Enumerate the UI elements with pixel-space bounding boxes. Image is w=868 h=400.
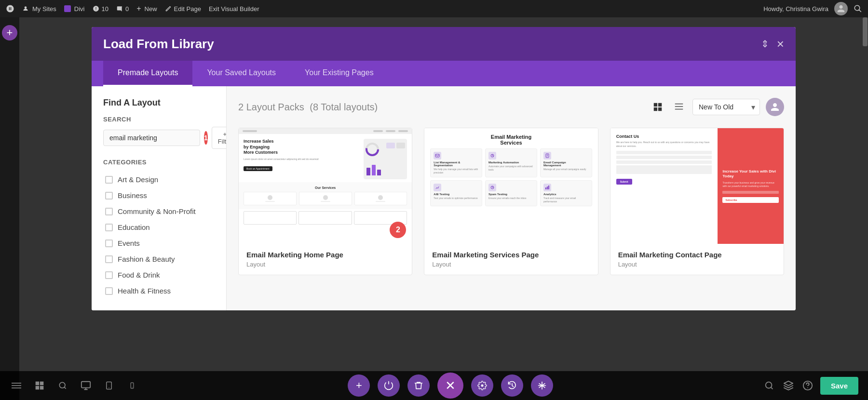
svg-rect-10 [435, 154, 439, 157]
category-checkbox[interactable] [105, 240, 113, 247]
search-icon[interactable] [854, 4, 862, 13]
divi-link[interactable]: Divi [64, 5, 85, 13]
category-checkbox[interactable] [105, 255, 113, 263]
category-business[interactable]: Business [103, 187, 215, 203]
tab-saved-layouts[interactable]: Your Saved Layouts [192, 61, 290, 86]
cards-grid: Increase Salesby EngagingMore Customers … [238, 128, 784, 275]
category-checkbox[interactable] [105, 271, 113, 279]
updates-link[interactable]: 10 [93, 5, 108, 13]
list-view-icon[interactable] [671, 99, 687, 115]
modal-header: Load From Library ⇕ × [92, 27, 796, 61]
desktop-view-icon[interactable] [79, 379, 93, 392]
power-button[interactable] [378, 374, 400, 397]
svg-rect-17 [12, 383, 21, 384]
card-info-email-services: Email Marketing Services Page Layout [424, 244, 597, 275]
modal-header-icons: ⇕ × [761, 37, 784, 52]
grid-view-icon[interactable] [650, 99, 665, 115]
add-module-button[interactable]: + [2, 25, 17, 40]
layout-options-button[interactable] [531, 374, 553, 397]
scroll-thumb [863, 17, 868, 46]
card-info-email-contact: Email Marketing Contact Page Layout [610, 244, 784, 275]
card-info-email-home: Email Marketing Home Page Layout [239, 244, 412, 275]
tab-premade-layouts[interactable]: Premade Layouts [103, 61, 192, 86]
close-builder-button[interactable]: ✕ [437, 373, 463, 399]
svg-rect-1 [654, 103, 657, 107]
category-checkbox[interactable] [105, 287, 113, 295]
svg-rect-6 [675, 106, 683, 107]
svg-rect-7 [675, 109, 683, 110]
layout-card-email-home[interactable]: Increase Salesby EngagingMore Customers … [238, 128, 412, 275]
layout-main-header: 2 Layout Packs (8 Total layouts) New To [238, 98, 784, 116]
svg-rect-2 [658, 103, 662, 107]
svg-rect-18 [12, 385, 21, 386]
new-link[interactable]: + New [136, 4, 157, 13]
category-checkbox[interactable] [105, 192, 113, 200]
layers-icon[interactable] [782, 379, 795, 392]
help-icon[interactable] [801, 379, 814, 392]
category-community[interactable]: Community & Non-Profit [103, 203, 215, 219]
search-input[interactable] [103, 130, 200, 146]
sort-select[interactable]: New To Old Old To New A to Z Z to A [692, 99, 760, 115]
user-filter-avatar[interactable] [766, 98, 784, 116]
svg-rect-25 [81, 382, 90, 388]
search-row: 1 + Filter [103, 127, 215, 149]
user-avatar[interactable] [834, 2, 848, 15]
svg-rect-23 [40, 386, 44, 390]
svg-point-0 [25, 6, 27, 9]
card-type-email-services: Layout [432, 261, 590, 268]
mobile-view-icon[interactable] [125, 379, 139, 392]
layout-card-email-contact[interactable]: Contact Us We are here to help you. Reac… [610, 128, 784, 275]
scroll-indicator[interactable] [862, 17, 868, 371]
category-checkbox[interactable] [105, 208, 113, 215]
tab-existing-pages[interactable]: Your Existing Pages [290, 61, 388, 86]
grid-tool-icon[interactable] [33, 379, 46, 392]
svg-rect-15 [547, 187, 548, 189]
modal-overlay: Load From Library ⇕ × Premade Layouts Yo… [19, 17, 868, 371]
trash-button[interactable] [407, 374, 430, 397]
layout-header-right: New To Old Old To New A to Z Z to A [650, 98, 784, 116]
edit-page-link[interactable]: Edit Page [165, 5, 201, 13]
svg-rect-21 [40, 382, 44, 386]
bottom-center-tools: + ✕ [348, 373, 553, 399]
layout-count: 2 Layout Packs (8 Total layouts) [238, 102, 378, 113]
exit-builder-link[interactable]: Exit Visual Builder [209, 5, 259, 13]
wp-logo[interactable] [6, 4, 14, 13]
settings-button[interactable] [471, 374, 493, 397]
card-preview-email-contact: Contact Us We are here to help you. Reac… [610, 128, 784, 244]
filter-button[interactable]: + Filter [212, 127, 227, 149]
hamburger-icon[interactable] [10, 379, 23, 392]
add-content-button[interactable]: + [348, 374, 370, 397]
svg-rect-14 [545, 187, 546, 189]
category-food[interactable]: Food & Drink [103, 267, 215, 283]
bottom-left-tools [10, 379, 139, 392]
card-preview-email-services: Email MarketingServices List Management … [424, 128, 597, 244]
category-fashion[interactable]: Fashion & Beauty [103, 251, 215, 267]
category-checkbox[interactable] [105, 176, 113, 184]
svg-rect-5 [675, 104, 683, 105]
split-view-icon[interactable]: ⇕ [761, 38, 769, 50]
sidebar-add-panel: + [0, 17, 19, 400]
category-events[interactable]: Events [103, 235, 215, 251]
svg-rect-16 [548, 186, 549, 189]
category-education[interactable]: Education [103, 219, 215, 235]
search-tool-icon[interactable] [56, 379, 69, 392]
card-name-email-home: Email Marketing Home Page [246, 251, 404, 259]
category-art-design[interactable]: Art & Design [103, 172, 215, 187]
close-icon[interactable]: × [777, 37, 784, 52]
my-sites-link[interactable]: My Sites [22, 5, 56, 13]
history-button[interactable] [501, 374, 523, 397]
svg-rect-20 [36, 382, 40, 386]
sidebar-title: Find A Layout [103, 98, 215, 108]
search-bottom-icon[interactable] [762, 379, 776, 392]
category-checkbox[interactable] [105, 224, 113, 231]
svg-point-27 [108, 387, 109, 388]
card-preview-email-home: Increase Salesby EngagingMore Customers … [239, 128, 412, 244]
bottom-toolbar: + ✕ Save [0, 371, 868, 400]
comments-link[interactable]: 0 [116, 5, 129, 13]
tablet-view-icon[interactable] [102, 379, 116, 392]
layout-card-email-services[interactable]: Email MarketingServices List Management … [424, 128, 598, 275]
category-health[interactable]: Health & Fitness [103, 283, 215, 299]
svg-rect-3 [654, 107, 657, 111]
save-button[interactable]: Save [820, 377, 858, 395]
wordpress-toolbar: My Sites Divi 10 0 + New Edit Page Exit … [0, 0, 868, 17]
